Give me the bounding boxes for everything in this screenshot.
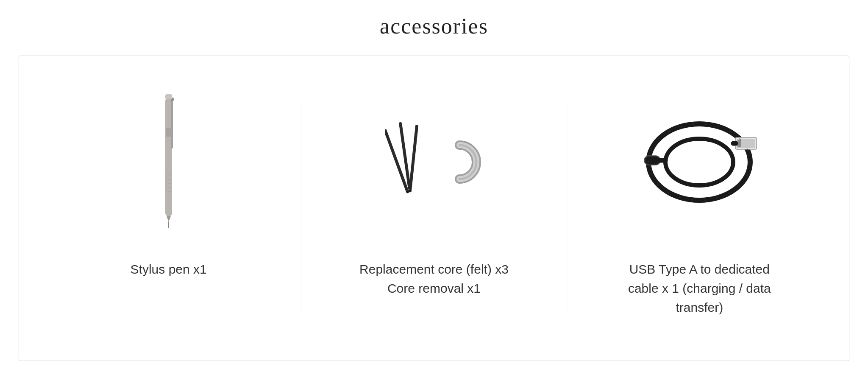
svg-rect-16 xyxy=(409,125,419,193)
usb-image xyxy=(640,81,759,243)
accessory-item-cores: Replacement core (felt) x3 Core removal … xyxy=(301,81,566,298)
svg-rect-14 xyxy=(399,122,411,190)
svg-rect-6 xyxy=(166,128,172,137)
accessories-box: Stylus pen x1 xyxy=(19,56,849,361)
page-container: accessories xyxy=(19,14,849,378)
stylus-label: Stylus pen x1 xyxy=(131,260,207,279)
stylus-image xyxy=(109,81,228,243)
section-title: accessories xyxy=(367,14,501,39)
svg-marker-1 xyxy=(167,216,171,221)
svg-point-19 xyxy=(665,139,733,185)
accessory-item-stylus: Stylus pen x1 xyxy=(36,81,301,279)
svg-rect-5 xyxy=(165,94,172,99)
section-title-wrapper: accessories xyxy=(19,14,849,39)
cores-label: Replacement core (felt) x3 Core removal … xyxy=(359,260,509,298)
svg-rect-3 xyxy=(171,98,173,148)
accessory-item-usb: USB Type A to dedicated cable x 1 (charg… xyxy=(567,81,832,317)
usb-label: USB Type A to dedicated cable x 1 (charg… xyxy=(628,260,771,317)
cores-image xyxy=(375,81,493,243)
